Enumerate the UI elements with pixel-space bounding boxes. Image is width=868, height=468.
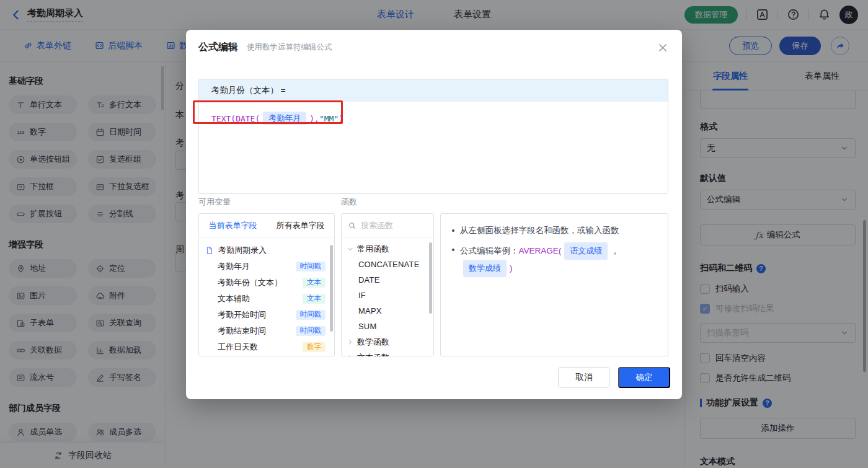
function-item[interactable]: SUM	[342, 319, 433, 334]
group-label: 数学函数	[357, 337, 389, 348]
variable-type-badge: 时间戳	[296, 262, 326, 272]
root-label: 考勤周期录入	[218, 245, 267, 256]
variable-name: 文本辅助	[218, 293, 250, 304]
formula-expression[interactable]: TEXT(DATE( 考勤年月 ), "MM" )	[199, 102, 668, 135]
variable-name: 考勤年月	[218, 261, 250, 272]
function-group-math[interactable]: 数学函数	[342, 334, 433, 350]
variables-label: 可用变量	[198, 196, 231, 208]
formula-variable-chip[interactable]: 考勤年月	[263, 112, 306, 125]
formula-editor-box[interactable]: 考勤月份（文本） = TEXT(DATE( 考勤年月 ), "MM" )	[198, 79, 668, 194]
variable-row[interactable]: 工作日天数数字	[199, 339, 334, 355]
bullet-dot	[452, 229, 454, 232]
formula-editor-modal: 公式编辑 使用数学运算符编辑公式 考勤月份（文本） = TEXT(DATE( 考…	[186, 30, 682, 399]
variable-name: 工作日天数	[218, 342, 258, 353]
confirm-button[interactable]: 确定	[618, 367, 670, 388]
bullet-dot	[452, 249, 454, 251]
search-icon	[348, 221, 356, 230]
formula-function-text: )	[339, 114, 343, 123]
example-separator: ，	[611, 244, 619, 258]
variable-type-badge: 文本	[303, 294, 326, 304]
app-root: 考勤周期录入 表单设计 表单设置 数据管理 政 表单外链 后端脚本 数据权限 预…	[0, 0, 868, 468]
variable-name: 考勤开始时间	[218, 309, 266, 320]
variables-panel: 当前表单字段 所有表单字段 考勤周期录入 考勤年月时间戳 考勤年份（文本）文本 …	[198, 213, 335, 356]
variable-row[interactable]: 文本辅助文本	[199, 291, 334, 307]
formula-string-literal: "MM"	[319, 114, 339, 123]
tip-example-line: 公式编辑举例： AVERAGE( 语文成绩 ， 数学成绩 )	[452, 242, 657, 277]
example-variable-chip: 数学成绩	[463, 260, 507, 277]
close-icon[interactable]	[657, 42, 668, 53]
tab-all-form-fields[interactable]: 所有表单字段	[267, 214, 334, 237]
function-group-common[interactable]: 常用函数	[342, 241, 433, 257]
variable-row[interactable]: 考勤年份（文本）文本	[199, 275, 334, 291]
example-label: 公式编辑举例：	[460, 244, 519, 258]
chevron-right-icon	[347, 354, 354, 357]
function-item[interactable]: IF	[342, 288, 433, 303]
variable-type-badge: 时间戳	[296, 326, 326, 337]
variables-tree: 考勤周期录入 考勤年月时间戳 考勤年份（文本）文本 文本辅助文本 考勤开始时间时…	[199, 237, 334, 356]
formula-function-text: TEXT(DATE(	[211, 114, 260, 123]
variable-type-badge: 文本	[303, 278, 326, 288]
tips-panel: 从左侧面板选择字段名和函数，或输入函数 公式编辑举例： AVERAGE( 语文成…	[440, 213, 668, 356]
variables-scrollbar[interactable]	[330, 245, 333, 332]
example-function-close: )	[510, 261, 513, 276]
modal-header: 公式编辑 使用数学运算符编辑公式	[186, 30, 682, 64]
tip-text: 从左侧面板选择字段名和函数，或输入函数	[460, 223, 619, 238]
functions-tree: 常用函数 CONCATENATE DATE IF MAPX SUM 数学函数 文…	[342, 237, 433, 356]
function-group-text[interactable]: 文本函数	[342, 350, 433, 356]
function-search-input[interactable]	[361, 221, 418, 230]
tip-example: 公式编辑举例： AVERAGE( 语文成绩 ， 数学成绩 )	[460, 242, 657, 277]
variable-name: 考勤结束时间	[218, 325, 266, 337]
tip-line: 从左侧面板选择字段名和函数，或输入函数	[452, 223, 657, 238]
variables-tabs: 当前表单字段 所有表单字段	[199, 214, 334, 237]
group-label: 常用函数	[357, 244, 389, 255]
modal-title: 公式编辑	[198, 41, 238, 54]
formula-target-row: 考勤月份（文本） =	[199, 79, 668, 102]
tab-current-form-fields[interactable]: 当前表单字段	[199, 214, 267, 237]
function-item[interactable]: DATE	[342, 272, 433, 288]
example-function: AVERAGE(	[519, 244, 562, 258]
functions-scrollbar[interactable]	[429, 242, 432, 314]
group-label: 文本函数	[357, 352, 389, 357]
chevron-right-icon	[347, 338, 354, 346]
variable-type-badge: 时间戳	[296, 310, 326, 320]
variable-name: 考勤年份（文本）	[218, 277, 282, 288]
function-search[interactable]	[342, 214, 433, 237]
variables-tree-root[interactable]: 考勤周期录入	[199, 242, 334, 258]
function-item[interactable]: CONCATENATE	[342, 257, 433, 272]
variable-type-badge: 数字	[303, 342, 326, 353]
cancel-button[interactable]: 取消	[558, 367, 610, 388]
functions-label: 函数	[341, 196, 357, 208]
modal-subtitle: 使用数学运算符编辑公式	[247, 42, 332, 53]
function-item[interactable]: MAPX	[342, 303, 433, 319]
variable-row[interactable]: 考勤开始时间时间戳	[199, 307, 334, 323]
chevron-down-icon	[347, 245, 354, 253]
functions-panel: 常用函数 CONCATENATE DATE IF MAPX SUM 数学函数 文…	[341, 213, 434, 356]
example-variable-chip: 语文成绩	[564, 242, 608, 260]
variable-row[interactable]: 考勤结束时间时间戳	[199, 323, 334, 339]
variable-row[interactable]: 考勤年月时间戳	[199, 258, 334, 275]
form-file-icon	[205, 246, 214, 255]
formula-function-text: ),	[309, 114, 319, 123]
